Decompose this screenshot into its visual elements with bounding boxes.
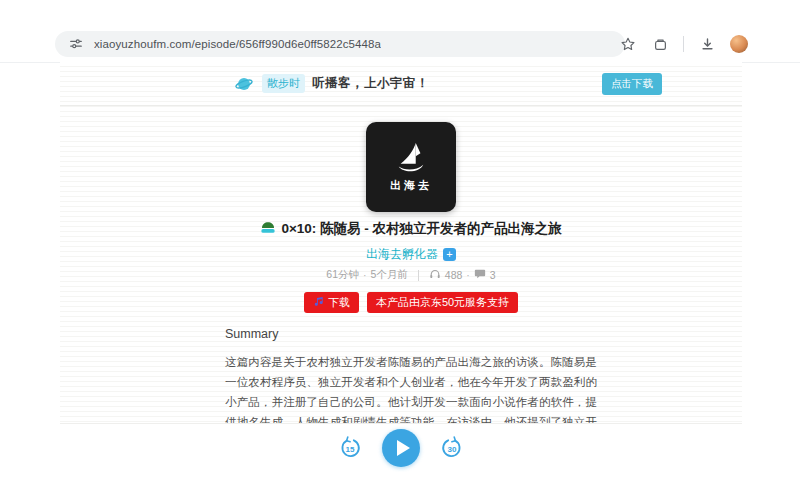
episode-cover: 出海去 (366, 122, 456, 212)
toolbar-divider (683, 36, 684, 52)
downloads-icon[interactable] (698, 35, 716, 53)
download-button[interactable]: 下载 (304, 292, 359, 313)
published-text: 5个月前 (370, 268, 407, 282)
scene-tag: 散步时 (262, 74, 305, 93)
url-bar[interactable]: xiaoyuzhoufm.com/episode/656ff990d6e0ff5… (55, 31, 625, 57)
meta-separator: · (466, 269, 470, 281)
meta-divider (418, 270, 419, 281)
audio-player-bar: 15 30 (60, 423, 742, 472)
browser-toolbar: xiaoyuzhoufm.com/episode/656ff990d6e0ff5… (0, 0, 800, 63)
duration-text: 61分钟 (326, 268, 359, 282)
sailboat-icon (392, 142, 430, 176)
banner-slogan: 听播客，上小宇宙！ (312, 75, 429, 92)
summary-heading: Summary (225, 327, 597, 341)
episode-content: 出海去 0×10: 陈随易 - 农村独立开发者的产品出海之旅 出海去孵化器 + … (80, 106, 742, 452)
headphones-icon (429, 268, 441, 282)
promo-banner: 散步时 听播客，上小宇宙！ 点击下载 (60, 62, 742, 106)
comments-icon (474, 268, 486, 282)
action-buttons: 下载 本产品由京东50元服务支持 (80, 292, 742, 313)
podcast-link[interactable]: 出海去孵化器 (366, 246, 438, 263)
forward-30-button[interactable]: 30 (440, 436, 464, 460)
site-settings-icon[interactable] (67, 35, 85, 53)
episode-meta: 61分钟 · 5个月前 488 · 3 (80, 268, 742, 282)
browser-window: xiaoyuzhoufm.com/episode/656ff990d6e0ff5… (0, 0, 800, 500)
rewind-seconds-label: 15 (346, 445, 355, 454)
episode-title-row: 0×10: 陈随易 - 农村独立开发者的产品出海之旅 (80, 220, 742, 238)
planet-icon (235, 75, 253, 93)
extensions-icon[interactable] (651, 35, 669, 53)
forward-seconds-label: 30 (448, 445, 457, 454)
banner-download-button[interactable]: 点击下载 (602, 73, 662, 95)
rewind-15-button[interactable]: 15 (338, 436, 362, 460)
cover-title: 出海去 (390, 178, 432, 193)
episode-title: 0×10: 陈随易 - 农村独立开发者的产品出海之旅 (281, 220, 561, 238)
music-note-icon (313, 296, 324, 309)
podcast-row: 出海去孵化器 + (80, 246, 742, 263)
comments-count: 3 (490, 269, 496, 281)
profile-avatar[interactable] (730, 35, 748, 53)
boat-icon (260, 220, 276, 238)
url-text: xiaoyuzhoufm.com/episode/656ff990d6e0ff5… (94, 38, 381, 50)
bookmark-star-icon[interactable] (619, 35, 637, 53)
page-viewport: 散步时 听播客，上小宇宙！ 点击下载 出海去 (60, 62, 742, 472)
download-button-label: 下载 (328, 295, 350, 310)
promo-button[interactable]: 本产品由京东50元服务支持 (367, 292, 518, 313)
plays-count: 488 (445, 269, 463, 281)
toolbar-actions (619, 31, 748, 57)
subscribe-plus-badge[interactable]: + (443, 248, 456, 261)
meta-separator: · (363, 269, 367, 281)
play-icon (382, 429, 420, 467)
play-button[interactable] (382, 429, 420, 467)
